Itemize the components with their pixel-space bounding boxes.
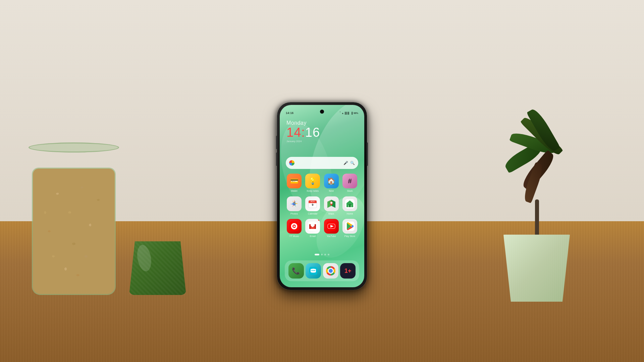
gmail-icon (305, 219, 320, 234)
dock-chrome[interactable] (323, 263, 338, 279)
app-keepnotes[interactable]: 💡 Keep notes (304, 174, 321, 192)
page-dot-2 (321, 254, 323, 255)
wallet-label: Wallet (286, 190, 303, 192)
app-slack[interactable]: # Slack (341, 174, 358, 192)
gmail-label: Email (304, 235, 321, 238)
svg-rect-8 (349, 204, 351, 207)
status-icons: ʿ︎ ▲ ▌▌▌ ▐ 96% (340, 112, 358, 114)
dock-messages[interactable] (306, 263, 321, 279)
bluetooth-icon: ʿ︎ (340, 112, 340, 114)
jar-rim (29, 142, 119, 153)
app-photos[interactable]: Photos (286, 196, 303, 215)
camera-hole (320, 110, 324, 114)
chrome-icon (326, 266, 335, 276)
app-gmail[interactable]: Email (304, 219, 321, 238)
nest-label: Nest (323, 190, 340, 192)
jar-cork-fill (33, 169, 115, 294)
svg-point-22 (313, 270, 314, 271)
keepnotes-label: Keep notes (304, 190, 321, 192)
slack-label: Slack (341, 190, 358, 192)
search-bar[interactable]: 🎤 🔍 (286, 157, 358, 169)
dock-oneplus[interactable]: 1+ (340, 263, 356, 279)
maps-icon (324, 196, 339, 211)
playstore-label: Play Store (341, 235, 358, 238)
microphone-icon[interactable]: 🎤 (343, 161, 348, 165)
playstore-icon (342, 219, 357, 234)
time-hours: 14: (286, 125, 305, 139)
cork-jar (25, 147, 122, 295)
svg-point-23 (314, 270, 315, 271)
app-ytmusic[interactable]: YT Music (286, 219, 303, 238)
svg-point-21 (312, 270, 313, 271)
google-logo (289, 160, 294, 166)
app-youtube[interactable]: YouTube (323, 219, 340, 238)
svg-text:MON: MON (311, 200, 315, 202)
lens-icon[interactable]: 🔍 (350, 161, 355, 165)
gmail-badge (317, 219, 320, 222)
page-dot-4 (328, 254, 329, 255)
cup-body (129, 241, 186, 295)
time-display: 14:16 (286, 126, 320, 139)
youtube-label: YouTube (323, 235, 340, 238)
plant-stem (535, 199, 539, 240)
svg-text:9: 9 (312, 203, 314, 206)
pot-texture (500, 235, 574, 302)
slack-icon: # (342, 174, 357, 188)
app-maps[interactable]: Maps (323, 196, 340, 215)
maps-label: Maps (323, 213, 340, 215)
app-wallet[interactable]: 💳 Wallet (286, 174, 303, 192)
app-calendar[interactable]: 9 MON Calendar (304, 196, 321, 215)
svg-rect-15 (315, 224, 316, 229)
nest-icon: 🏠 (324, 174, 339, 188)
home-label: Home (341, 213, 358, 215)
home-icon (342, 196, 357, 211)
phone: 14:16 ʿ︎ ▲ ▌▌▌ ▐ 96% Monday 14:16 Januar… (277, 102, 367, 290)
page-dot-3 (324, 254, 326, 255)
page-indicators (280, 254, 364, 255)
plant-pot (500, 235, 574, 302)
battery-percent: 96% (354, 112, 358, 114)
dock: 📞 1+ (285, 260, 359, 281)
photos-label: Photos (286, 213, 303, 215)
app-nest[interactable]: 🏠 Nest (323, 174, 340, 192)
phone-screen: 14:16 ʿ︎ ▲ ▌▌▌ ▐ 96% Monday 14:16 Januar… (280, 105, 364, 287)
green-cup (124, 231, 191, 295)
calendar-icon: 9 MON (305, 196, 320, 211)
volume-down-button[interactable] (276, 153, 277, 166)
svg-rect-14 (309, 224, 311, 229)
app-playstore[interactable]: Play Store (341, 219, 358, 238)
page-dot-1 (315, 254, 319, 255)
ytmusic-icon (287, 219, 302, 234)
clock-area: Monday 14:16 January 2024 (286, 120, 320, 143)
dock-phone[interactable]: 📞 (288, 263, 304, 279)
photos-icon (287, 196, 302, 211)
date-subtitle: January 2024 (286, 140, 320, 143)
app-row-2: Photos 9 MON Calendar (286, 196, 358, 215)
jar-glass (32, 168, 116, 295)
volume-up-button[interactable] (276, 136, 277, 149)
wifi-icon: ▲ (341, 112, 344, 114)
app-row-1: 💳 Wallet 💡 Keep notes 🏠 Nest (286, 174, 358, 192)
youtube-icon (324, 219, 339, 234)
app-home[interactable]: Home (341, 196, 358, 215)
calendar-label: Calendar (304, 213, 321, 215)
status-time: 14:16 (286, 111, 293, 115)
time-minutes: 16 (305, 125, 320, 139)
battery-icon: ▐ (351, 112, 353, 114)
app-row-3: YT Music Email (286, 219, 358, 238)
signal-icon: ▌▌▌ (345, 112, 350, 114)
power-button[interactable] (367, 142, 368, 166)
ytmusic-label: YT Music (286, 235, 303, 238)
plant (483, 134, 590, 302)
keepnotes-icon: 💡 (305, 174, 320, 188)
app-grid: 💳 Wallet 💡 Keep notes 🏠 Nest (286, 174, 358, 242)
svg-point-6 (330, 202, 332, 204)
wallet-icon: 💳 (287, 174, 302, 188)
